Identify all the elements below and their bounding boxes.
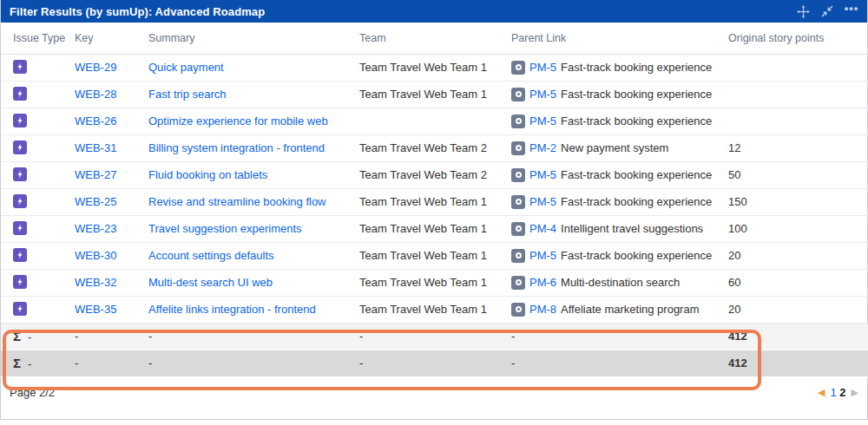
team-value: Team Travel Web Team 2	[359, 168, 487, 181]
table-row: WEB-27 Fluid booking on tablets Team Tra…	[1, 161, 868, 188]
column-header-key[interactable]: Key	[75, 23, 148, 54]
sigma-icon: Σ	[13, 329, 21, 343]
sum-parent-dash: -	[511, 330, 515, 343]
parent-key-link[interactable]: PM-8	[529, 303, 556, 316]
page-indicator: Page 2/2	[10, 386, 55, 399]
parent-key-link[interactable]: PM-5	[529, 195, 556, 208]
table-row: WEB-31 Billing system integration - fron…	[1, 134, 868, 161]
story-points-value: 50	[728, 168, 740, 181]
parent-key-link[interactable]: PM-4	[529, 222, 556, 235]
parent-summary-text: Fast-track booking experience	[561, 249, 712, 262]
issue-type-lightning-icon	[13, 302, 27, 316]
column-header-summary[interactable]: Summary	[148, 23, 359, 54]
issue-key-link[interactable]: WEB-27	[75, 168, 116, 181]
team-value: Team Travel Web Team 1	[359, 195, 487, 208]
issue-key-link[interactable]: WEB-32	[75, 276, 116, 289]
parent-key-link[interactable]: PM-2	[529, 141, 556, 154]
issue-summary-link[interactable]: Quick payment	[148, 61, 224, 74]
issue-summary-link[interactable]: Account settings defaults	[148, 249, 274, 262]
parent-summary-text: Affeliate marketing program	[561, 303, 699, 316]
team-value: Team Travel Web Team 2	[359, 141, 487, 154]
parent-key-link[interactable]: PM-5	[529, 249, 556, 262]
sum-team-dash: -	[359, 330, 363, 343]
sum-row: Σ- - - - - 412	[1, 323, 868, 350]
column-header-points[interactable]: Original story points	[728, 23, 868, 54]
issue-key-link[interactable]: WEB-26	[75, 114, 116, 128]
parent-summary-text: New payment system	[561, 141, 668, 154]
table-row: WEB-25 Revise and streamline booking flo…	[1, 188, 868, 215]
table-row: WEB-23 Travel suggestion experiments Tea…	[1, 215, 868, 242]
issue-summary-link[interactable]: Revise and streamline booking flow	[148, 195, 326, 208]
pagination: ◀ 1 2 ▶	[818, 386, 858, 399]
sum-key-dash: -	[75, 356, 78, 369]
issue-type-lightning-icon	[13, 248, 27, 262]
issue-key-link[interactable]: WEB-35	[75, 303, 116, 316]
sum-key-dash: -	[75, 330, 78, 343]
issue-key-link[interactable]: WEB-30	[75, 249, 116, 262]
page-number-2[interactable]: 2	[839, 386, 845, 399]
parent-issue-type-icon	[511, 303, 525, 317]
issue-summary-link[interactable]: Optimize experience for mobile web	[148, 114, 328, 128]
move-icon[interactable]	[796, 4, 810, 18]
table-row: WEB-28 Fast trip search Team Travel Web …	[1, 81, 868, 108]
column-header-issue-type[interactable]: Issue Type	[1, 23, 75, 54]
parent-key-link[interactable]: PM-5	[529, 168, 556, 181]
team-value: Team Travel Web Team 1	[359, 222, 487, 235]
sigma-icon: Σ	[13, 356, 21, 370]
parent-issue-type-icon	[511, 114, 525, 128]
issue-key-link[interactable]: WEB-31	[75, 141, 116, 154]
next-page-icon[interactable]: ▶	[852, 387, 858, 398]
gadget-footer: Page 2/2 ◀ 1 2 ▶	[1, 377, 867, 409]
parent-issue-type-icon	[511, 276, 525, 290]
issue-summary-link[interactable]: Fast trip search	[148, 88, 227, 101]
filter-results-table: Issue Type Key Summary Team Parent Link …	[1, 23, 868, 377]
sum-points-value: 412	[728, 356, 747, 369]
column-header-team[interactable]: Team	[359, 23, 511, 54]
story-points-value: 12	[728, 141, 740, 154]
sum-summary-dash: -	[148, 356, 152, 369]
parent-summary-text: Fast-track booking experience	[561, 61, 712, 74]
parent-key-link[interactable]: PM-5	[529, 61, 556, 74]
parent-issue-type-icon	[511, 168, 525, 182]
sum-type-dash: -	[28, 357, 31, 370]
filter-results-gadget: Filter Results (by sumUp): Advanced Road…	[0, 0, 868, 420]
column-header-parent-link[interactable]: Parent Link	[511, 23, 728, 54]
issue-summary-link[interactable]: Travel suggestion experiments	[148, 222, 302, 235]
gadget-header-icons: •••	[796, 4, 858, 18]
sum-summary-dash: -	[148, 330, 152, 343]
parent-issue-type-icon	[511, 195, 525, 209]
story-points-value: 60	[728, 276, 740, 289]
parent-summary-text: Intelligent travel suggestions	[561, 222, 703, 235]
previous-page-icon[interactable]: ◀	[818, 387, 825, 398]
parent-summary-text: Fast-track booking experience	[561, 88, 712, 101]
parent-summary-text: Fast-track booking experience	[561, 195, 712, 208]
team-value: Team Travel Web Team 1	[359, 303, 487, 316]
issue-summary-link[interactable]: Affelite links integration - frontend	[148, 303, 316, 316]
sum-type-dash: -	[28, 330, 31, 343]
issue-summary-link[interactable]: Multi-dest search UI web	[148, 276, 273, 289]
more-icon[interactable]: •••	[845, 4, 858, 18]
issue-key-link[interactable]: WEB-25	[75, 195, 116, 208]
sum-row: Σ- - - - - 412	[1, 350, 868, 376]
issue-key-link[interactable]: WEB-29	[75, 61, 116, 74]
page-number-1[interactable]: 1	[830, 386, 836, 399]
gadget-header: Filter Results (by sumUp): Advanced Road…	[1, 0, 867, 23]
issue-key-link[interactable]: WEB-28	[75, 88, 116, 101]
team-value: Team Travel Web Team 1	[359, 249, 487, 262]
story-points-value: 20	[728, 303, 740, 316]
parent-key-link[interactable]: PM-5	[529, 88, 556, 101]
issue-key-link[interactable]: WEB-23	[75, 222, 116, 235]
issue-type-lightning-icon	[13, 275, 27, 289]
minimize-icon[interactable]	[820, 4, 834, 18]
issue-type-lightning-icon	[13, 114, 27, 128]
sum-parent-dash: -	[511, 356, 515, 369]
story-points-value: 100	[728, 222, 747, 235]
issue-summary-link[interactable]: Billing system integration - frontend	[148, 141, 325, 154]
parent-key-link[interactable]: PM-5	[529, 114, 556, 128]
parent-summary-text: Multi-destination search	[561, 276, 680, 289]
issue-summary-link[interactable]: Fluid booking on tablets	[148, 168, 267, 181]
parent-key-link[interactable]: PM-6	[529, 276, 556, 289]
issue-type-lightning-icon	[13, 194, 27, 208]
team-value: Team Travel Web Team 1	[359, 88, 487, 101]
issue-type-lightning-icon	[13, 141, 27, 154]
